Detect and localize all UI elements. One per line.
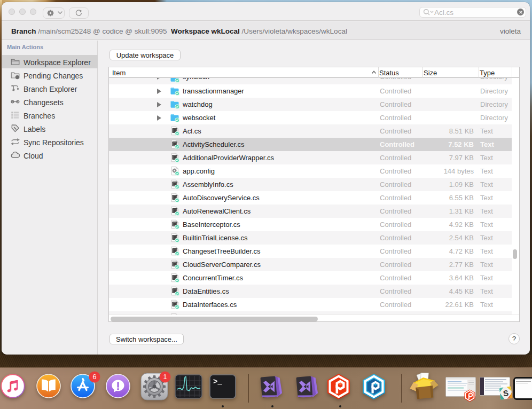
svg-text:1: 1: [163, 373, 167, 381]
svg-text:>_: >_: [213, 377, 222, 386]
svg-text:6: 6: [93, 373, 97, 381]
